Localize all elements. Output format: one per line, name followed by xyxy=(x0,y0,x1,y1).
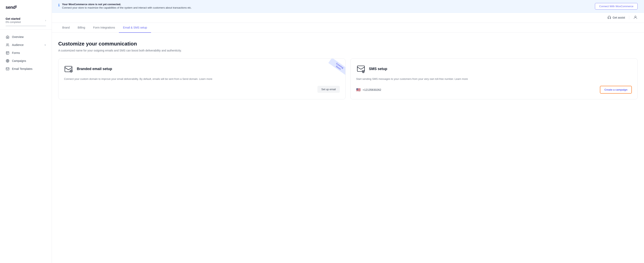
sms-setup-icon xyxy=(356,64,366,74)
sidebar-item-overview-label: Overview xyxy=(12,35,46,38)
svg-point-5 xyxy=(7,60,8,62)
svg-point-4 xyxy=(6,60,9,62)
sidebar-item-forms[interactable]: Forms xyxy=(0,49,52,57)
sidebar-item-forms-label: Forms xyxy=(12,51,46,54)
sidebar-item-campaigns[interactable]: Campaigns xyxy=(0,57,52,65)
sidebar-nav: Overview Audience ∨ xyxy=(0,30,52,263)
svg-point-8 xyxy=(634,16,636,17)
phone-row: 🇺🇸 +12135830262 xyxy=(356,88,381,92)
page-content: Customize your communication A customize… xyxy=(52,33,644,263)
headset-icon xyxy=(608,16,611,20)
tabs-bar: Brand Billing Form Integrations Email & … xyxy=(52,23,644,33)
progress-bar-track xyxy=(6,26,46,26)
cards-row: Coming Soon Branded email setup xyxy=(58,58,638,100)
svg-rect-7 xyxy=(6,68,9,70)
main-content: ℹ Your WooCommerce store is not yet conn… xyxy=(52,0,644,263)
sidebar-item-audience-label: Audience xyxy=(12,43,42,46)
get-assist-button[interactable]: Get assist xyxy=(608,16,625,20)
home-icon xyxy=(6,35,10,39)
banner-left: ℹ Your WooCommerce store is not yet conn… xyxy=(58,3,192,10)
svg-point-0 xyxy=(7,44,8,45)
sms-setup-card-header: SMS setup xyxy=(356,64,632,74)
sidebar: send|| Get started 0% completed › xyxy=(0,0,52,263)
forms-icon xyxy=(6,51,10,55)
get-assist-label: Get assist xyxy=(613,16,625,19)
email-icon xyxy=(6,67,10,71)
svg-rect-13 xyxy=(357,66,364,72)
setup-email-button[interactable]: Set up email xyxy=(318,86,340,93)
connect-woocommerce-button[interactable]: Connect With WooCommerce xyxy=(595,3,638,10)
user-profile-button[interactable] xyxy=(633,15,638,20)
campaigns-icon xyxy=(6,59,10,63)
branded-email-card-footer: Set up email xyxy=(64,86,340,93)
tab-brand[interactable]: Brand xyxy=(58,23,74,33)
branded-email-card-title: Branded email setup xyxy=(77,67,112,71)
sidebar-item-audience[interactable]: Audience ∨ xyxy=(0,41,52,49)
tab-billing[interactable]: Billing xyxy=(74,23,89,33)
svg-rect-1 xyxy=(6,52,9,54)
svg-point-6 xyxy=(8,61,8,61)
banner-subtitle: Connect your store to maximize the capab… xyxy=(62,6,192,10)
sms-setup-card: SMS setup Start sending SMS messages to … xyxy=(350,58,638,100)
app-logo: send|| xyxy=(0,0,52,14)
page-subtitle: A customized name for your outgoing emai… xyxy=(58,49,638,52)
chevron-right-icon: › xyxy=(45,19,46,22)
info-icon: ℹ xyxy=(58,3,60,8)
header-divider xyxy=(629,16,629,20)
email-setup-icon xyxy=(64,64,74,74)
branded-email-card-header: Branded email setup xyxy=(64,64,340,74)
get-started-title: Get started xyxy=(6,17,21,20)
sms-setup-card-title: SMS setup xyxy=(369,67,387,71)
us-flag-icon: 🇺🇸 xyxy=(356,88,360,92)
woocommerce-banner: ℹ Your WooCommerce store is not yet conn… xyxy=(52,0,644,13)
audience-icon xyxy=(6,43,10,47)
phone-number: +12135830262 xyxy=(362,88,381,92)
sidebar-item-overview[interactable]: Overview xyxy=(0,33,52,41)
branded-email-card-description: Connect your custom domain to improve yo… xyxy=(64,77,340,81)
sidebar-item-email-templates[interactable]: Email Templates xyxy=(0,65,52,73)
sms-card-footer: 🇺🇸 +12135830262 Create a campaign xyxy=(356,86,632,94)
header-bar: Get assist xyxy=(52,13,644,23)
get-started-subtitle: 0% completed xyxy=(6,21,21,24)
branded-email-card: Coming Soon Branded email setup xyxy=(58,58,346,100)
get-started-header[interactable]: Get started 0% completed › xyxy=(6,17,46,24)
tab-form-integrations[interactable]: Form Integrations xyxy=(89,23,119,33)
page-title: Customize your communication xyxy=(58,41,638,47)
create-campaign-button[interactable]: Create a campaign xyxy=(600,86,632,94)
banner-text-block: Your WooCommerce store is not yet connec… xyxy=(62,3,192,10)
get-started-section[interactable]: Get started 0% completed › xyxy=(0,14,52,30)
sms-setup-card-description: Start sending SMS messages to your custo… xyxy=(356,77,632,81)
sidebar-item-campaigns-label: Campaigns xyxy=(12,59,46,62)
sidebar-item-email-templates-label: Email Templates xyxy=(12,67,46,70)
chevron-down-icon: ∨ xyxy=(44,44,46,46)
banner-title: Your WooCommerce store is not yet connec… xyxy=(62,3,192,6)
tab-email-sms-setup[interactable]: Email & SMS setup xyxy=(119,23,151,33)
